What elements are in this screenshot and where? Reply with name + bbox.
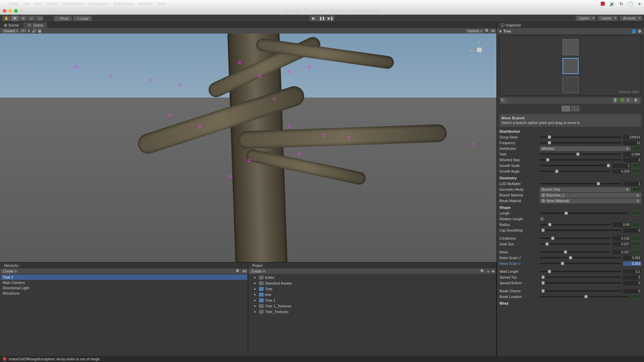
prop-branch-material[interactable]: Branch MaterialBranches_1⊙ bbox=[499, 192, 641, 198]
menu-help[interactable]: Help bbox=[157, 2, 165, 6]
menu-component[interactable]: Component bbox=[89, 2, 108, 6]
project-item[interactable]: ▸Tree bbox=[249, 286, 495, 292]
rotate-branch-mode[interactable] bbox=[571, 105, 580, 112]
hand-tool[interactable]: ✋ bbox=[2, 15, 10, 21]
scene-search-icon[interactable]: 🔍 bbox=[485, 29, 490, 33]
prop-frequency[interactable]: Frequency 12 bbox=[499, 140, 641, 145]
fx-toggle[interactable]: ▦ bbox=[38, 29, 41, 33]
project-list[interactable]: ▸Editor▸Standard Assets▸Tree▸tree▸Tree 1… bbox=[248, 274, 496, 356]
audio-toggle[interactable]: 🔊 bbox=[32, 29, 37, 33]
hierarchy-search-filter[interactable]: All bbox=[243, 269, 247, 273]
pivot-toggle[interactable]: ● Pivot bbox=[54, 16, 72, 21]
tab-scene[interactable]: ⊞Scene bbox=[0, 22, 23, 28]
prop-lod-multiplier[interactable]: LOD Multiplier 1 bbox=[499, 181, 641, 186]
close-window-button[interactable] bbox=[3, 9, 6, 13]
menu-file[interactable]: File bbox=[23, 2, 30, 6]
hierarchy-list[interactable]: Tree 1 Main Camera Directional Light Win… bbox=[0, 274, 248, 356]
play-button[interactable]: ▶ bbox=[310, 15, 318, 21]
prop-relative-length[interactable]: Relative Length bbox=[499, 216, 641, 222]
prop-growth-scale[interactable]: Growth Scale 1 bbox=[499, 163, 641, 168]
prop-spread-bottom[interactable]: Spread Bottom 0 bbox=[499, 280, 641, 286]
hierarchy-item-tree1[interactable]: Tree 1 bbox=[1, 275, 247, 280]
hierarchy-create-dropdown[interactable]: Create bbox=[1, 269, 18, 274]
project-save-icon[interactable]: ★ bbox=[491, 269, 495, 274]
menu-assets[interactable]: Assets bbox=[46, 2, 57, 6]
minimize-window-button[interactable] bbox=[8, 9, 12, 13]
menu-icon[interactable]: ≡ bbox=[638, 1, 641, 6]
prop-length[interactable]: Length bbox=[499, 210, 641, 216]
scale-tool[interactable]: ⤢ bbox=[28, 15, 36, 21]
prop-noise-scale-u[interactable]: Noise Scale U 0.358 bbox=[499, 255, 641, 260]
project-item[interactable]: ▸Editor bbox=[249, 275, 495, 280]
prop-radius[interactable]: Radius 0.69 bbox=[499, 222, 641, 227]
hierarchy-item-directional-light[interactable]: Directional Light bbox=[1, 285, 247, 291]
tree-node-root[interactable] bbox=[562, 77, 579, 93]
prop-noise-scale-v[interactable]: Noise Scale V 0.253 bbox=[499, 261, 641, 266]
hierarchy-search-icon[interactable]: 🔍 bbox=[236, 269, 240, 274]
tree-hierarchy-view[interactable]: Hierarchy Stats bbox=[499, 36, 641, 96]
sync-icon[interactable]: ↻ bbox=[620, 1, 623, 6]
prop-twirl[interactable]: Twirl -0.084 bbox=[499, 152, 641, 157]
scene-view[interactable]: y ◀ z▶ Persp bbox=[0, 34, 496, 262]
volume-icon[interactable]: 🔊 bbox=[609, 1, 615, 6]
prop-spread-top[interactable]: Spread Top 0 bbox=[499, 275, 641, 280]
orientation-gizmo[interactable]: y ◀ z▶ Persp bbox=[470, 40, 490, 60]
step-button[interactable]: ▶❚ bbox=[326, 15, 334, 21]
prop-break-material[interactable]: Break MaterialNone (Material)⊙ bbox=[499, 198, 641, 203]
prop-distribution[interactable]: DistributionWhorled ▾ bbox=[499, 146, 641, 151]
menu-edit[interactable]: Edit bbox=[35, 2, 41, 6]
rotate-tool[interactable]: ⟲ bbox=[19, 15, 27, 21]
delete-node-button[interactable]: 🗑 bbox=[634, 98, 640, 103]
prop-seek-sun[interactable]: Seek Sun 0.037 bbox=[499, 241, 641, 247]
rect-tool[interactable]: ▭ bbox=[36, 15, 44, 21]
status-bar[interactable]: ! IndexOutOfRangeException: Array index … bbox=[0, 356, 644, 362]
prop-crinkliness[interactable]: Crinkliness 0.165 bbox=[499, 236, 641, 241]
project-search-icon[interactable]: 🔍 bbox=[480, 269, 485, 274]
menu-gameobject[interactable]: GameObject bbox=[63, 2, 84, 6]
status-record-icon[interactable] bbox=[601, 2, 605, 6]
duplicate-node-button[interactable]: ⎘ bbox=[627, 98, 633, 103]
tab-project[interactable]: Project bbox=[248, 262, 267, 268]
project-filter-icon[interactable]: ⬥ bbox=[487, 269, 489, 273]
layout-dropdown[interactable]: Layout bbox=[598, 16, 618, 21]
menu-window[interactable]: Window bbox=[139, 2, 152, 6]
clock-icon[interactable]: 🕐 bbox=[628, 1, 633, 6]
prop-geometry-mode[interactable]: Geometry ModeBranch Only ▾ bbox=[499, 187, 641, 192]
prop-whorled-step[interactable]: Whorled Step 3 bbox=[499, 157, 641, 163]
gizmos-dropdown[interactable]: Gizmos bbox=[466, 29, 484, 33]
tree-node-branch-group-2[interactable] bbox=[562, 39, 579, 55]
menu-unity[interactable]: Unity bbox=[9, 2, 18, 6]
project-item[interactable]: ▸Standard Assets bbox=[249, 280, 495, 286]
lighting-toggle[interactable]: ☀ bbox=[27, 29, 31, 33]
tab-game[interactable]: 🎮Game bbox=[23, 22, 48, 28]
component-docs-icon[interactable]: 📘 bbox=[631, 29, 636, 34]
project-create-dropdown[interactable]: Create bbox=[250, 269, 266, 274]
refresh-tree-button[interactable]: ↻ bbox=[501, 98, 507, 103]
tab-inspector[interactable]: ⓘInspector bbox=[497, 22, 525, 28]
prop-growth-angle[interactable]: Growth Angle 0.209 bbox=[499, 169, 641, 174]
layers-dropdown[interactable]: Layers bbox=[576, 16, 596, 21]
local-toggle[interactable]: ● Local bbox=[73, 16, 92, 21]
tab-hierarchy[interactable]: Hierarchy bbox=[0, 262, 23, 268]
inspector-object-header[interactable]: ▾ Tree 📘 ⚙ bbox=[497, 28, 644, 34]
scene-search-filter[interactable]: All bbox=[491, 29, 495, 33]
2d-toggle[interactable]: 2D bbox=[21, 29, 25, 33]
hierarchy-item-main-camera[interactable]: Main Camera bbox=[1, 280, 247, 285]
prop-break-chance[interactable]: Break Chance 0 bbox=[499, 288, 641, 294]
prop-cap-smoothing[interactable]: Cap Smoothing 0 bbox=[499, 228, 641, 233]
prop-noise[interactable]: Noise 0.337 bbox=[499, 249, 641, 255]
project-item[interactable]: ▸Tree 1 bbox=[249, 297, 495, 303]
add-branch-button[interactable]: 🌿 bbox=[620, 98, 626, 103]
move-tool[interactable]: ✥ bbox=[11, 15, 19, 21]
tree-node-branch-group-1[interactable] bbox=[562, 58, 579, 74]
menu-mobile-input[interactable]: Mobile Input bbox=[113, 2, 133, 6]
move-branch-mode[interactable] bbox=[561, 105, 571, 112]
project-item[interactable]: ▸Tree_Textures bbox=[249, 309, 495, 314]
add-leaf-button[interactable]: 🍃 bbox=[613, 98, 619, 103]
hierarchy-item-windzone[interactable]: WindZone bbox=[1, 291, 247, 296]
pause-button[interactable]: ❚❚ bbox=[318, 15, 326, 21]
foldout-icon[interactable]: ▾ bbox=[499, 29, 501, 34]
project-item[interactable]: ▸tree bbox=[249, 292, 495, 297]
account-dropdown[interactable]: Account bbox=[620, 16, 642, 21]
shading-mode-dropdown[interactable]: Shaded bbox=[1, 29, 19, 33]
